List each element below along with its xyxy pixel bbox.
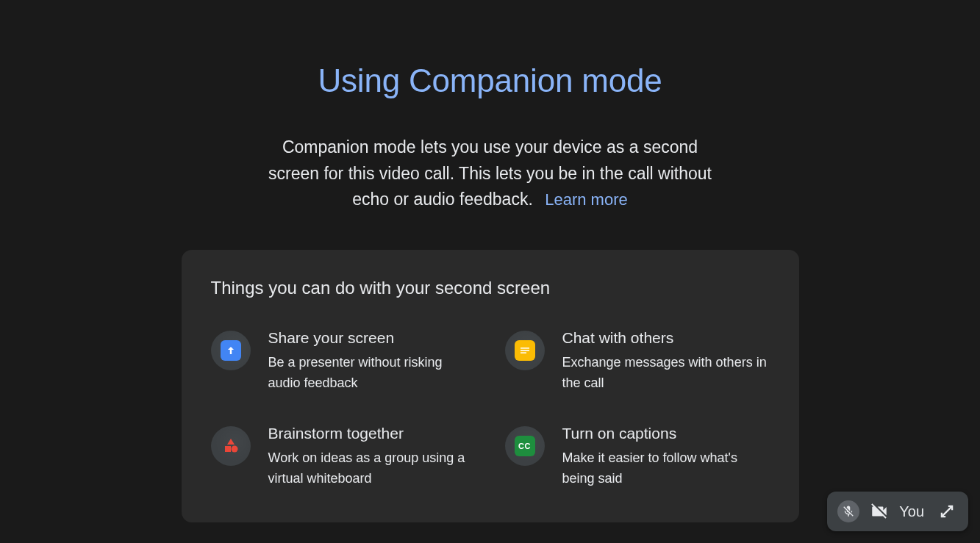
feature-desc: Make it easier to follow what's being sa… (562, 448, 770, 489)
features-card-title: Things you can do with your second scree… (211, 278, 770, 298)
svg-rect-1 (521, 350, 529, 351)
svg-rect-3 (225, 446, 231, 452)
feature-title: Brainstorm together (268, 425, 476, 442)
captions-icon: CC (505, 426, 545, 466)
feature-title: Share your screen (268, 329, 476, 347)
companion-mode-info: Using Companion mode Companion mode lets… (0, 0, 980, 522)
learn-more-link[interactable]: Learn more (545, 190, 628, 209)
self-view-label: You (899, 503, 924, 520)
page-title: Using Companion mode (318, 62, 662, 99)
camera-off-icon (870, 502, 889, 521)
expand-icon[interactable] (939, 503, 955, 519)
feature-title: Turn on captions (562, 425, 770, 442)
feature-captions: CC Turn on captions Make it easier to fo… (505, 425, 770, 489)
feature-desc: Exchange messages with others in the cal… (562, 353, 770, 394)
feature-brainstorm: Brainstorm together Work on ideas as a g… (211, 425, 476, 489)
self-view-tile[interactable]: You (827, 492, 968, 531)
features-grid: Share your screen Be a presenter without… (211, 329, 770, 489)
mic-off-icon (837, 500, 859, 522)
chat-icon (505, 331, 545, 370)
feature-chat: Chat with others Exchange messages with … (505, 329, 770, 394)
shapes-icon (211, 426, 251, 466)
feature-desc: Work on ideas as a group using a virtual… (268, 448, 476, 489)
feature-share-screen: Share your screen Be a presenter without… (211, 329, 476, 394)
page-description: Companion mode lets you use your device … (262, 134, 718, 213)
svg-point-4 (231, 445, 237, 452)
features-card: Things you can do with your second scree… (182, 250, 799, 523)
feature-title: Chat with others (562, 329, 770, 347)
svg-rect-2 (521, 352, 526, 353)
feature-desc: Be a presenter without risking audio fee… (268, 353, 476, 394)
description-text: Companion mode lets you use your device … (268, 137, 712, 209)
share-screen-icon (211, 331, 251, 370)
svg-rect-0 (521, 348, 529, 349)
